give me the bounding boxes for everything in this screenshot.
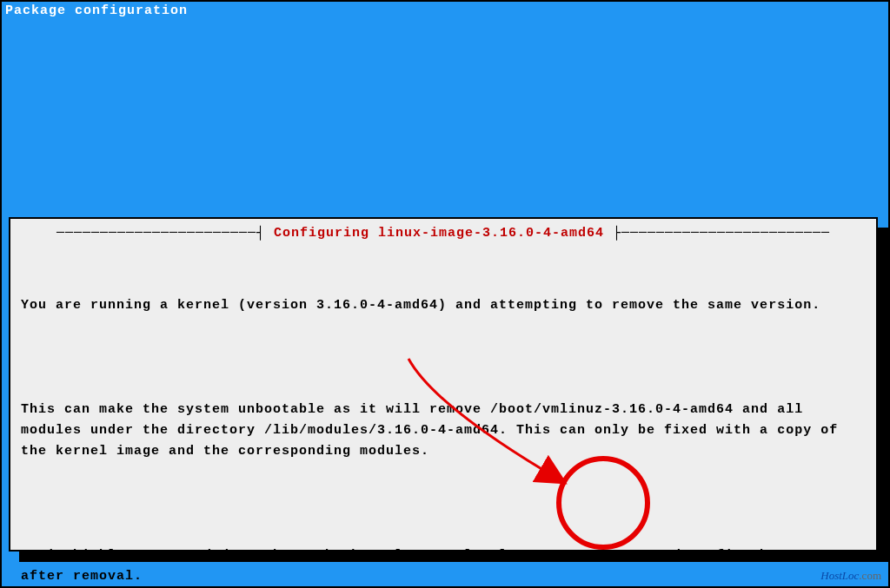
watermark: HostLoc.com [820, 569, 881, 583]
dialog-body: You are running a kernel (version 3.16.0… [21, 254, 866, 588]
watermark-tld: .com [859, 569, 881, 582]
dialog-paragraph-2: This can make the system unbootable as i… [21, 400, 866, 462]
dialog-paragraph-3: It is highly recommended to abort the ke… [21, 545, 866, 587]
watermark-brand: HostLoc [820, 569, 859, 582]
dialog-title: Configuring linux-image-3.16.0-4-amd64 [274, 226, 604, 241]
dialog-title-rule-right: ├──────────────────────── [604, 226, 830, 241]
dialog-box: ───────────────────────┤ Configuring lin… [9, 217, 878, 552]
dialog-paragraph-1: You are running a kernel (version 3.16.0… [21, 295, 866, 316]
dialog-title-rule-left: ───────────────────────┤ [56, 226, 274, 241]
dialog-title-row: ───────────────────────┤ Configuring lin… [21, 226, 866, 241]
page-header-title: Package configuration [5, 3, 188, 18]
